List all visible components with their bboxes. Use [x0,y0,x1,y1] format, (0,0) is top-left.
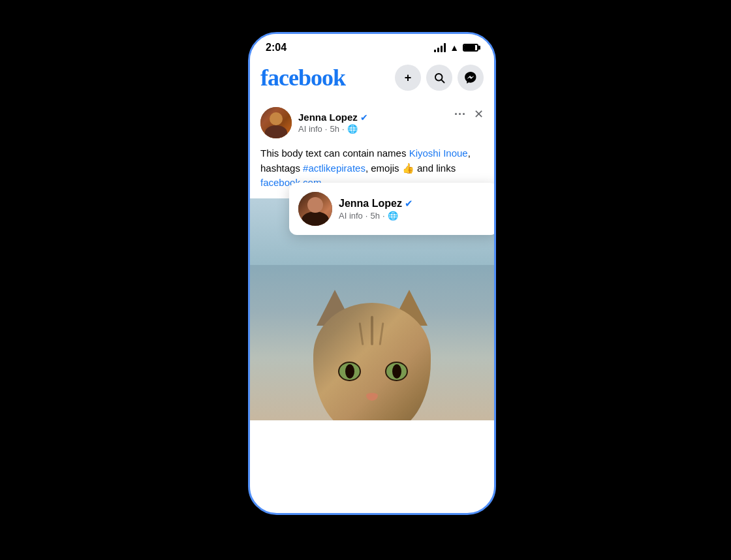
user-details: Jenna Lopez ✔ AI info · 5h · 🌐 [298,112,368,134]
ai-info-label[interactable]: AI info [298,124,322,134]
header-icons: + [395,65,484,91]
status-icons: ▲ [434,42,478,53]
phone-screen-content: 2:04 ▲ facebook [250,34,494,513]
avatar-image [260,107,292,138]
floating-ai-info[interactable]: AI info [339,211,363,221]
messenger-button[interactable] [458,65,484,91]
floating-card-header: Jenna Lopez ✔ AI info · 5h · 🌐 [298,192,488,226]
floating-name-row: Jenna Lopez ✔ [339,198,488,210]
svg-line-1 [441,80,444,82]
floating-globe-icon: 🌐 [388,211,398,221]
floating-verified-badge-icon: ✔ [405,198,413,210]
post-card: Jenna Lopez ✔ AI info · 5h · 🌐 [250,99,494,420]
phone-wrapper: 2:04 ▲ facebook [196,32,535,528]
hashtag-link[interactable]: #actlikepirates [303,163,366,174]
add-button[interactable]: + [395,65,421,91]
post-time: 5h [330,124,339,134]
floating-meta: AI info · 5h · 🌐 [339,211,488,221]
verified-badge-icon: ✔ [360,112,368,123]
post-header: Jenna Lopez ✔ AI info · 5h · 🌐 [250,99,494,144]
facebook-logo: facebook [260,64,345,91]
search-button[interactable] [426,65,452,91]
post-meta: AI info · 5h · 🌐 [298,124,368,134]
user-name-row: Jenna Lopez ✔ [298,112,368,123]
status-time: 2:04 [266,42,287,54]
signal-icon [434,43,446,52]
cat-nose [366,393,378,401]
status-bar: 2:04 ▲ [250,34,494,59]
close-button[interactable]: ✕ [474,107,484,121]
globe-icon: 🌐 [347,124,358,134]
post-user-info: Jenna Lopez ✔ AI info · 5h · 🌐 [260,107,368,138]
user-name: Jenna Lopez [298,112,358,123]
avatar[interactable] [260,107,292,138]
feed-area: Jenna Lopez ✔ AI info · 5h · 🌐 [250,99,494,420]
floating-avatar[interactable] [298,192,332,226]
cat-head [307,283,437,420]
post-body-text1: This body text can contain names [260,148,409,159]
cat-eye-left [338,362,361,381]
floating-avatar-image [298,192,332,226]
cat-eye-right [385,362,408,381]
phone-frame: 2:04 ▲ facebook [248,32,496,515]
more-options-button[interactable]: ··· [454,108,466,121]
floating-user-name: Jenna Lopez [339,198,402,210]
post-body-text3: , emojis 👍 and links [366,163,456,174]
linked-name[interactable]: Kiyoshi Inoue [409,148,468,159]
post-actions: ··· ✕ [454,107,484,121]
wifi-icon: ▲ [450,42,459,53]
floating-card: Jenna Lopez ✔ AI info · 5h · 🌐 [289,183,496,235]
floating-time: 5h [370,211,379,221]
battery-icon [463,44,478,52]
cat-head-shape [313,303,431,420]
floating-name-area: Jenna Lopez ✔ AI info · 5h · 🌐 [339,198,488,221]
fb-header: facebook + [250,59,494,99]
